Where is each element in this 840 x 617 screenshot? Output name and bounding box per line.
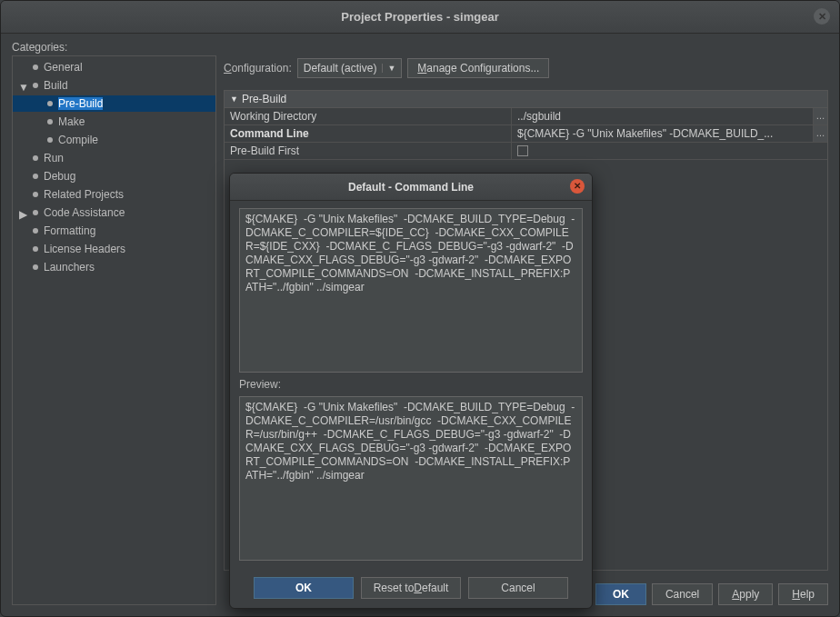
tree-item-make[interactable]: Make bbox=[13, 114, 215, 130]
modal-title: Default - Command Line bbox=[348, 181, 474, 194]
tree-label: License Headers bbox=[44, 243, 125, 255]
bullet-icon bbox=[33, 246, 38, 252]
tree-item-build[interactable]: ▼Build bbox=[13, 77, 215, 94]
expander-down-icon: ▼ bbox=[230, 95, 238, 104]
tree-label: Formatting bbox=[44, 224, 95, 237]
tree-item-formatting[interactable]: Formatting bbox=[13, 223, 215, 239]
cancel-button[interactable]: Cancel bbox=[652, 583, 713, 605]
tree-label: Compile bbox=[58, 134, 98, 146]
ok-button[interactable]: OK bbox=[595, 583, 646, 605]
prop-key: Command Line bbox=[225, 125, 512, 142]
edit-button[interactable]: … bbox=[813, 125, 827, 142]
help-button[interactable]: Help bbox=[778, 583, 828, 605]
prop-row-command-line[interactable]: Command Line ${CMAKE} -G "Unix Makefiles… bbox=[225, 125, 827, 143]
categories-tree: General ▼Build Pre-Build Make Compile Ru… bbox=[12, 55, 216, 605]
modal-body: ${CMAKE} -G "Unix Makefiles" -DCMAKE_BUI… bbox=[230, 201, 592, 568]
prop-val[interactable]: ${CMAKE} -G "Unix Makefiles" -DCMAKE_BUI… bbox=[512, 125, 813, 142]
tree-label: Pre-Build bbox=[58, 97, 103, 110]
bullet-icon bbox=[33, 228, 38, 234]
command-line-dialog: Default - Command Line ✕ ${CMAKE} -G "Un… bbox=[229, 173, 593, 609]
modal-footer: OK Reset to Default Cancel bbox=[230, 568, 592, 608]
ok-button[interactable]: OK bbox=[254, 577, 354, 599]
prop-key: Working Directory bbox=[225, 108, 512, 124]
categories-label: Categories: bbox=[12, 41, 828, 54]
apply-button[interactable]: Apply bbox=[718, 583, 773, 605]
preview-textarea: ${CMAKE} -G "Unix Makefiles" -DCMAKE_BUI… bbox=[239, 396, 583, 561]
bullet-icon bbox=[33, 65, 38, 70]
prop-row-prebuild-first[interactable]: Pre-Build First bbox=[225, 143, 827, 160]
modal-titlebar: Default - Command Line ✕ bbox=[230, 174, 592, 201]
tree-item-compile[interactable]: Compile bbox=[13, 132, 215, 148]
window-title: Project Properties - simgear bbox=[341, 10, 498, 24]
bullet-icon bbox=[33, 210, 38, 215]
configuration-row: Configuration: Default (active) ▼ Manage… bbox=[224, 55, 828, 81]
bullet-icon bbox=[47, 137, 53, 143]
bullet-icon bbox=[33, 83, 38, 88]
expander-down-icon[interactable]: ▼ bbox=[18, 81, 27, 90]
bullet-icon bbox=[47, 119, 53, 124]
tree-label: Code Assistance bbox=[44, 206, 125, 219]
bullet-icon bbox=[47, 101, 53, 106]
manage-configurations-button[interactable]: Manage Configurations... bbox=[407, 58, 549, 78]
expander-right-icon[interactable]: ▶ bbox=[18, 208, 27, 217]
command-line-textarea[interactable]: ${CMAKE} -G "Unix Makefiles" -DCMAKE_BUI… bbox=[239, 208, 583, 373]
prop-val[interactable]: ../sgbuild bbox=[512, 108, 813, 124]
bullet-icon bbox=[33, 155, 38, 161]
bullet-icon bbox=[33, 192, 38, 197]
configuration-select[interactable]: Default (active) ▼ bbox=[297, 58, 403, 78]
close-icon[interactable]: ✕ bbox=[814, 8, 830, 25]
tree-label: Debug bbox=[44, 170, 75, 183]
tree-item-prebuild[interactable]: Pre-Build bbox=[13, 95, 215, 112]
tree-item-launchers[interactable]: Launchers bbox=[13, 259, 215, 275]
tree-label: General bbox=[44, 61, 83, 74]
tree-item-codeassist[interactable]: ▶Code Assistance bbox=[13, 204, 215, 221]
cancel-button[interactable]: Cancel bbox=[468, 577, 568, 599]
tree-label: Run bbox=[44, 152, 64, 164]
tree-item-run[interactable]: Run bbox=[13, 150, 215, 166]
tree-item-general[interactable]: General bbox=[13, 59, 215, 75]
configuration-label: Configuration: bbox=[224, 62, 292, 75]
preview-label: Preview: bbox=[239, 378, 583, 391]
bullet-icon bbox=[33, 174, 38, 179]
tree-label: Related Projects bbox=[44, 188, 124, 201]
tree-item-debug[interactable]: Debug bbox=[13, 168, 215, 184]
dropdown-arrow-icon: ▼ bbox=[382, 64, 395, 73]
prop-key: Pre-Build First bbox=[225, 143, 512, 159]
reset-default-button[interactable]: Reset to Default bbox=[361, 577, 461, 599]
titlebar: Project Properties - simgear ✕ bbox=[1, 1, 839, 34]
browse-button[interactable]: … bbox=[813, 108, 827, 124]
bullet-icon bbox=[33, 264, 38, 270]
prop-row-working-dir[interactable]: Working Directory ../sgbuild … bbox=[225, 108, 827, 125]
close-icon[interactable]: ✕ bbox=[570, 179, 585, 194]
section-header[interactable]: ▼Pre-Build bbox=[225, 91, 827, 108]
prop-val[interactable] bbox=[512, 143, 827, 159]
tree-label: Build bbox=[44, 79, 68, 92]
tree-item-license[interactable]: License Headers bbox=[13, 241, 215, 257]
tree-item-related[interactable]: Related Projects bbox=[13, 186, 215, 203]
tree-label: Make bbox=[58, 115, 85, 128]
tree-label: Launchers bbox=[44, 261, 95, 274]
configuration-value: Default (active) bbox=[304, 62, 377, 75]
checkbox[interactable] bbox=[517, 145, 528, 156]
